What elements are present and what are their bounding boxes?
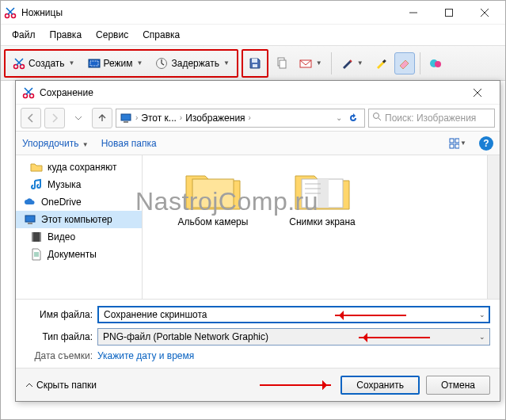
filetype-label: Тип файла: <box>25 331 93 342</box>
svg-point-15 <box>435 61 441 67</box>
highlight-group-2 <box>242 49 268 78</box>
filename-input[interactable] <box>97 306 490 323</box>
minimize-button[interactable] <box>395 1 431 25</box>
chevron-down-icon: ▼ <box>69 59 75 67</box>
dialog-title: Сохранение <box>40 87 93 98</box>
chevron-up-icon <box>25 381 33 389</box>
nav-forward-button[interactable] <box>44 108 65 128</box>
breadcrumb[interactable]: › Этот к... › Изображения › ⌄ <box>116 109 365 128</box>
highlight-group-1: Создать ▼ Режим ▼ Задержать ▼ <box>4 49 238 78</box>
folder-item[interactable]: Снимки экрана <box>276 168 369 227</box>
pen-icon <box>341 57 353 70</box>
floppy-icon <box>249 57 261 70</box>
scrollbar[interactable] <box>487 155 500 299</box>
svg-rect-29 <box>40 232 41 242</box>
eraser-button[interactable] <box>394 52 415 74</box>
delay-button[interactable]: Задержать ▼ <box>150 52 234 74</box>
svg-rect-24 <box>455 144 459 148</box>
copy-icon <box>276 57 288 70</box>
chevron-down-icon[interactable]: ⌄ <box>336 113 342 122</box>
save-button[interactable] <box>245 52 265 74</box>
sidebar-item-music[interactable]: Музыка <box>16 176 142 193</box>
search-placeholder: Поиск: Изображения <box>385 113 476 124</box>
svg-rect-23 <box>450 144 454 148</box>
sidebar-item-this-pc[interactable]: Этот компьютер <box>16 211 142 228</box>
organize-button[interactable]: Упорядочить ▼ <box>22 138 89 149</box>
mode-button[interactable]: Режим ▼ <box>82 52 149 74</box>
view-button[interactable]: ▼ <box>449 135 466 152</box>
file-list[interactable]: Альбом камерыСнимки экрана <box>143 155 500 299</box>
dialog-close-button[interactable] <box>462 82 493 103</box>
sidebar-item-onedrive[interactable]: OneDrive <box>16 193 142 211</box>
breadcrumb-seg1[interactable]: Этот к... <box>141 113 176 124</box>
chevron-down-icon: ▼ <box>223 59 230 67</box>
scissors-icon <box>22 86 35 99</box>
svg-rect-26 <box>28 223 32 224</box>
save-confirm-button[interactable]: Сохранить <box>341 376 420 395</box>
svg-rect-25 <box>25 216 35 222</box>
sidebar-item-label: Видео <box>48 231 75 242</box>
sidebar-item-label: Документы <box>48 249 97 260</box>
cancel-button[interactable]: Отмена <box>426 376 490 395</box>
close-button[interactable] <box>466 1 502 25</box>
sidebar-item-documents[interactable]: Документы <box>16 246 142 263</box>
music-icon <box>30 178 43 191</box>
window-title: Ножницы <box>21 7 63 18</box>
scissors-icon <box>13 57 25 70</box>
folder-icon <box>185 168 242 212</box>
mode-label: Режим <box>104 58 133 69</box>
cloud-icon <box>24 196 36 208</box>
new-button[interactable]: Создать ▼ <box>7 52 81 74</box>
svg-rect-8 <box>252 59 257 63</box>
nav-up-button[interactable] <box>92 108 112 128</box>
new-folder-button[interactable]: Новая папка <box>101 138 157 149</box>
paint3d-button[interactable] <box>425 52 446 74</box>
filetype-dropdown-button[interactable]: ⌄ <box>475 329 489 345</box>
chevron-down-icon: ▼ <box>460 139 466 147</box>
hide-folders-toggle[interactable]: Скрыть папки <box>25 380 97 391</box>
sidebar-item-video[interactable]: Видео <box>16 228 142 246</box>
highlighter-button[interactable] <box>371 52 391 74</box>
svg-rect-28 <box>32 232 33 242</box>
chevron-right-icon: › <box>180 113 182 122</box>
paint3d-icon <box>429 57 442 70</box>
filetype-combo[interactable] <box>97 328 490 346</box>
chevron-right-icon: › <box>249 113 251 122</box>
pen-button[interactable]: ▼ <box>337 52 367 74</box>
copy-button[interactable] <box>272 52 292 74</box>
filename-dropdown-button[interactable]: ⌄ <box>475 307 489 323</box>
rectangle-mode-icon <box>88 57 101 70</box>
shot-date-label: Дата съемки: <box>25 350 93 361</box>
menu-edit[interactable]: Правка <box>44 26 89 44</box>
folder-label: Альбом камеры <box>178 216 249 227</box>
menu-file[interactable]: Файл <box>6 26 42 44</box>
pc-icon <box>120 112 132 124</box>
chevron-down-icon: ▼ <box>82 141 89 148</box>
maximize-button[interactable] <box>431 1 466 25</box>
toolbar: Создать ▼ Режим ▼ Задержать ▼ <box>1 46 505 81</box>
sidebar-item-save-to[interactable]: куда сохраняют <box>16 158 142 176</box>
sidebar-item-label: куда сохраняют <box>48 162 116 173</box>
search-input[interactable]: Поиск: Изображения <box>368 109 495 128</box>
folder-item[interactable]: Альбом камеры <box>166 168 260 227</box>
folder-icon <box>294 168 351 212</box>
refresh-button[interactable] <box>345 108 361 128</box>
annotation-arrow <box>260 384 331 386</box>
svg-rect-21 <box>450 139 454 143</box>
filename-label: Имя файла: <box>25 309 93 320</box>
shot-date-link[interactable]: Укажите дату и время <box>97 350 194 361</box>
highlighter-icon <box>375 57 387 70</box>
mail-button[interactable]: ▼ <box>295 52 326 74</box>
sidebar-item-label: OneDrive <box>41 197 82 208</box>
help-button[interactable]: ? <box>479 136 493 151</box>
menu-help[interactable]: Справка <box>136 26 186 44</box>
nav-back-button[interactable] <box>21 108 41 128</box>
svg-rect-22 <box>455 139 459 143</box>
chevron-down-icon: ▼ <box>316 59 322 67</box>
separator <box>420 52 420 74</box>
svg-rect-18 <box>121 114 131 120</box>
nav-recent-button[interactable] <box>68 108 89 128</box>
svg-point-20 <box>374 113 379 119</box>
menu-tools[interactable]: Сервис <box>89 26 135 44</box>
breadcrumb-seg2[interactable]: Изображения <box>185 113 245 124</box>
